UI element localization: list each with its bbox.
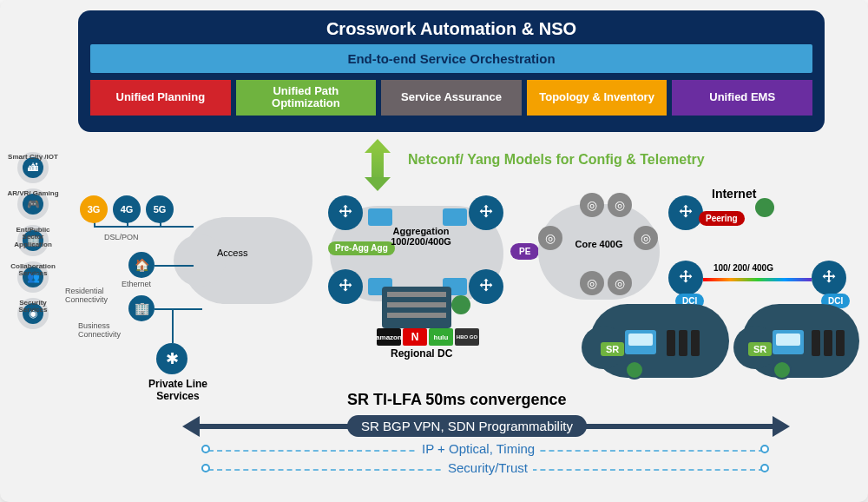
arrow-right-head-icon (773, 416, 790, 437)
usecase-enterprise: 🏢Ent/Public Sector Application (5, 225, 61, 256)
label-core: Core 400G (573, 239, 625, 249)
optical-switch-icon (443, 208, 467, 226)
connector (172, 308, 174, 343)
access-cloud-bulge (174, 234, 226, 287)
server-icon (625, 330, 656, 354)
label-link-speed: 100/ 200/ 400G (713, 263, 773, 273)
usecase-collab: 👥Collaboration Services (5, 261, 61, 293)
dot-icon (760, 445, 769, 453)
tile-unified-ems: Unified EMS (672, 80, 812, 116)
label-regional-dc: Regional DC (391, 347, 452, 360)
connector (155, 308, 202, 310)
netconf-arrow-icon (365, 139, 391, 191)
tile-unified-planning: Unified Planning (90, 80, 231, 116)
badge-4g: 4G (113, 195, 141, 223)
globe-icon (773, 360, 792, 380)
label-internet: Internet (712, 187, 756, 201)
optical-switch-icon (368, 208, 392, 226)
building-icon: 🏢 (128, 295, 155, 321)
core-router-icon: ◎ (580, 193, 604, 217)
router-dci-1 (668, 261, 703, 295)
streaming-logos: amazon N hulu HBO GO (377, 328, 479, 346)
tile-service-assurance: Service Assurance (381, 80, 522, 116)
label-ethernet: Ethernet (122, 280, 151, 288)
pill-peering: Peering (699, 211, 745, 226)
connector (155, 265, 194, 267)
router-agg-4 (469, 269, 503, 304)
core-router-icon: ◎ (538, 226, 562, 250)
rack-icon (812, 330, 820, 356)
badge-3g: 3G (80, 195, 108, 223)
logo-amazon: amazon (377, 328, 401, 346)
globe-icon (451, 295, 470, 314)
netconf-label: Netconf/ Yang Models for Config & Teleme… (408, 152, 705, 168)
router-agg-3 (469, 195, 503, 230)
tile-unified-path: Unified Path Optimization (236, 80, 377, 116)
usecase-arvr: 🎮AR/VR/ Gaming (5, 188, 61, 220)
globe-icon (625, 360, 644, 380)
router-internet (668, 195, 703, 230)
pill-pe: PE (510, 243, 539, 260)
regional-dc-building (382, 287, 451, 328)
core-router-icon: ◎ (608, 193, 632, 217)
core-router-icon: ◎ (608, 271, 632, 295)
dot-icon (201, 464, 210, 472)
rack-icon (667, 330, 675, 356)
usecase-security: ◉Security Services (5, 298, 61, 329)
rainbow-link (703, 278, 812, 281)
connector (94, 226, 194, 228)
badge-5g: 5G (146, 195, 174, 223)
label-bgp-vpn: SR BGP VPN, SDN Programmability (347, 415, 587, 437)
dot-icon (201, 445, 210, 453)
router-agg-2 (328, 269, 363, 304)
banner-title: Crosswork Automation & NSO (90, 19, 812, 39)
label-ipoptical: IP + Optical, Timing (417, 441, 540, 456)
usecase-column: 🏙Smart City /IOT 🎮AR/VR/ Gaming 🏢Ent/Pub… (5, 152, 61, 334)
router-agg-1 (328, 195, 363, 230)
router-dci-2 (812, 261, 846, 295)
label-residential: Residential Connectivity (65, 287, 113, 304)
tile-topology-inventory: Topology & Inventory (527, 80, 667, 116)
label-private-line: Private Line Services (139, 378, 217, 402)
logo-netflix: N (403, 328, 427, 346)
label-security-trust: Security/Trust (443, 460, 533, 475)
pill-sr-1: SR (601, 342, 624, 356)
pill-sr-2: SR (748, 342, 772, 356)
logo-hulu: hulu (429, 328, 453, 346)
label-convergence: SR TI-LFA 50ms convergence (347, 391, 566, 409)
usecase-smartcity: 🏙Smart City /IOT (5, 152, 61, 183)
e2e-orchestration-bar: End-to-end Service Orchestration (90, 44, 812, 73)
label-access: Access (217, 248, 247, 258)
private-line-icon: ✱ (156, 343, 187, 374)
core-router-icon: ◎ (580, 271, 604, 295)
capability-tiles: Unified Planning Unified Path Optimizati… (90, 80, 812, 116)
label-dslpon: DSL/PON (104, 233, 139, 241)
diagram-canvas: Crosswork Automation & NSO End-to-end Se… (0, 0, 868, 502)
automation-banner: Crosswork Automation & NSO End-to-end Se… (78, 10, 825, 132)
core-router-icon: ◎ (634, 226, 658, 250)
home-icon: 🏠 (128, 252, 155, 278)
globe-icon (755, 198, 774, 217)
label-aggregation: Aggregation 100/200/400G (382, 226, 460, 247)
server-icon (773, 330, 804, 354)
dot-icon (760, 464, 769, 472)
arrow-left-head-icon (182, 416, 200, 437)
logo-hbo: HBO GO (455, 328, 479, 346)
label-business: Business Connectivity (78, 321, 126, 339)
